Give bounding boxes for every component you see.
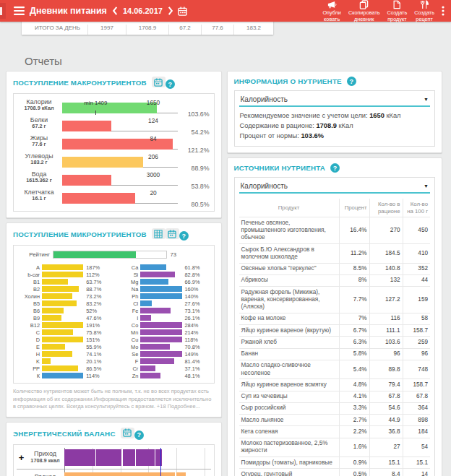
product-value: 450 bbox=[403, 217, 430, 244]
chevron-down-icon: ▼ bbox=[424, 183, 429, 189]
product-value: 89.8 bbox=[369, 360, 403, 379]
micro-percent: 118% bbox=[182, 337, 210, 343]
calendar-icon[interactable] bbox=[176, 5, 189, 17]
info-label: Содержание в рационе: bbox=[240, 122, 317, 129]
micro-row-c: C75.8% bbox=[18, 329, 111, 336]
micro-row-se: Se149% bbox=[116, 350, 209, 358]
product-value: 6.7% bbox=[339, 325, 369, 337]
table-row[interactable]: Яйцо куриное вареное (вкрутую)6.7%111.11… bbox=[239, 325, 431, 337]
nutrient-info-line: Процент от нормы: 103.6% bbox=[240, 132, 430, 139]
column-header: Кол-во в рационе bbox=[369, 199, 403, 217]
product-name: Помидоры (томаты), парниковые bbox=[239, 457, 340, 469]
macro-amount: 16.1 г bbox=[18, 196, 60, 202]
table-row[interactable]: Огурец, грунтовый0.5%8.414 bbox=[239, 469, 431, 476]
totals-value: 1708.9 bbox=[126, 25, 168, 35]
table-row[interactable]: Банан5.8%9696 bbox=[239, 348, 431, 360]
micro-name: F bbox=[116, 358, 140, 365]
grid-icon[interactable] bbox=[152, 228, 166, 239]
micro-bar-track bbox=[140, 351, 181, 357]
micro-percent: 214% bbox=[182, 329, 210, 336]
product-name: Огурец, грунтовый bbox=[239, 469, 340, 476]
macro-row-клетчатка: Клетчатка16.1 г2080.5% bbox=[18, 189, 210, 206]
megaphone-icon bbox=[327, 0, 337, 9]
table-row[interactable]: Сырок Б.Ю Александров в молочном шоколад… bbox=[239, 244, 431, 264]
action-button-создать-продукт[interactable]: Создатьпродукт bbox=[385, 0, 411, 23]
energy-balance-panel: ЭНЕРГЕТИЧЕСКИЙ БАЛАНС ? +Приход1708.9 кк… bbox=[6, 422, 222, 476]
macro-percent: 53.8% bbox=[178, 173, 210, 190]
product-value: 3.3% bbox=[339, 402, 369, 414]
prev-day-button[interactable] bbox=[110, 5, 120, 17]
cutlery-icon bbox=[420, 0, 429, 9]
table-row[interactable]: Кофе на молоке7%11658 bbox=[239, 313, 431, 324]
macro-bar-zone: 206 bbox=[62, 153, 178, 170]
micro-percent: 81.4% bbox=[182, 358, 210, 365]
current-date[interactable]: 14.06.2017 bbox=[123, 7, 163, 15]
micro-name: D bbox=[18, 337, 42, 343]
table-row[interactable]: Овсяные хлопья "геркулес"8.5%140.8352 bbox=[239, 263, 431, 274]
table-row[interactable]: Сыр российский3.3%54.6364 bbox=[239, 402, 431, 414]
action-button-создать-рецепт[interactable]: Создатьрецепт bbox=[411, 0, 437, 23]
nutrient-select[interactable]: Калорийность ▼ bbox=[239, 95, 431, 107]
next-day-button[interactable] bbox=[166, 5, 176, 17]
table-row[interactable]: Яйцо куриное вареное всмятку4.8%79.4158.… bbox=[239, 379, 431, 391]
table-row[interactable]: Масло льняное2.7%44.9898 bbox=[239, 415, 431, 426]
micro-bar bbox=[140, 300, 152, 306]
help-icon[interactable]: ? bbox=[347, 77, 356, 86]
overflow-menu-icon[interactable] bbox=[439, 4, 447, 17]
table-row[interactable]: Суп из чечевицы4.1%67.867.8 bbox=[239, 391, 431, 402]
micro-row-mn: Mn214% bbox=[116, 329, 209, 336]
micro-row-na: Na160% bbox=[116, 285, 209, 293]
hamburger-menu-icon[interactable] bbox=[12, 5, 27, 17]
macro-bar bbox=[62, 157, 143, 168]
calendar-icon[interactable] bbox=[152, 77, 166, 87]
product-name: Масло льняное bbox=[239, 415, 340, 426]
table-row[interactable]: Радужная форель (Микижа), вареная, консе… bbox=[239, 287, 431, 313]
micro-bar-track bbox=[42, 293, 83, 299]
product-value: 44 bbox=[403, 274, 430, 286]
micro-name: Se bbox=[116, 351, 140, 358]
table-row[interactable]: Масло сладко-сливочное несоленое5.4%89.8… bbox=[239, 360, 431, 379]
micro-name: Cu bbox=[116, 337, 140, 343]
help-icon[interactable]: ? bbox=[166, 79, 175, 89]
micro-bar-track bbox=[42, 322, 83, 328]
product-value: 2.2% bbox=[339, 426, 369, 438]
product-value: 410 bbox=[403, 244, 430, 264]
action-button-скопировать-дневник[interactable]: Скопироватьдневник bbox=[345, 0, 383, 23]
table-row[interactable]: Помидоры (томаты), парниковые0.9%15.115.… bbox=[239, 457, 431, 469]
calendar-icon[interactable] bbox=[121, 428, 134, 438]
micro-percent: 187% bbox=[83, 264, 111, 271]
macro-row-вода: Вода1615.362 г300053.8% bbox=[18, 171, 210, 188]
table-row[interactable]: Печенье овсяное, промышленного изготовле… bbox=[239, 217, 431, 244]
micro-row-fe: Fe73.1% bbox=[116, 307, 209, 314]
totals-label: ИТОГО ЗА ДЕНЬ bbox=[22, 25, 87, 35]
disclaimer-text: Количество нутриентов может быть не полн… bbox=[13, 388, 215, 411]
micro-name: Холин bbox=[18, 293, 42, 300]
micro-name: Zn bbox=[116, 373, 140, 379]
help-icon[interactable]: ? bbox=[179, 231, 189, 241]
help-icon[interactable]: ? bbox=[134, 430, 144, 440]
product-name: Кофе на молоке bbox=[239, 313, 340, 324]
product-value: 96 bbox=[403, 348, 430, 360]
info-label: Процент от нормы: bbox=[240, 132, 301, 139]
micro-row-cu: Cu118% bbox=[116, 336, 209, 343]
table-row[interactable]: Ржаной хлеб6.3%103.6259 bbox=[239, 337, 431, 348]
calendar-icon[interactable] bbox=[166, 228, 179, 239]
sources-nutrient-select[interactable]: Калорийность ▼ bbox=[239, 181, 431, 194]
help-icon[interactable]: ? bbox=[330, 163, 340, 173]
action-button-опубли-ковать[interactable]: Опубликовать bbox=[319, 0, 344, 23]
micronutrients-chart: Рейтинг 73 A187%b-car112%B163.7%B288.7%Х… bbox=[13, 245, 215, 384]
micro-name: E bbox=[18, 344, 42, 350]
micro-percent: 63.7% bbox=[83, 279, 111, 285]
micro-percent: 140% bbox=[182, 293, 210, 300]
product-name: Суп из чечевицы bbox=[239, 391, 340, 402]
energy-row-value: 1708.9 ккал bbox=[26, 458, 64, 464]
micro-name: B2 bbox=[18, 286, 42, 293]
chevron-down-icon: ▼ bbox=[424, 97, 429, 102]
copy-icon bbox=[359, 0, 369, 9]
table-row[interactable]: Молоко пастеризованное, 2,5% жирности1.6… bbox=[239, 438, 431, 457]
micro-row-pp: PP86.5% bbox=[18, 365, 111, 372]
table-row[interactable]: Абрикосы8%13244 bbox=[239, 274, 431, 286]
table-row[interactable]: Кета соленая2.2%36.8184 bbox=[239, 426, 431, 438]
micro-name: Ph bbox=[116, 293, 140, 300]
totals-value: 67.2 bbox=[168, 25, 201, 35]
